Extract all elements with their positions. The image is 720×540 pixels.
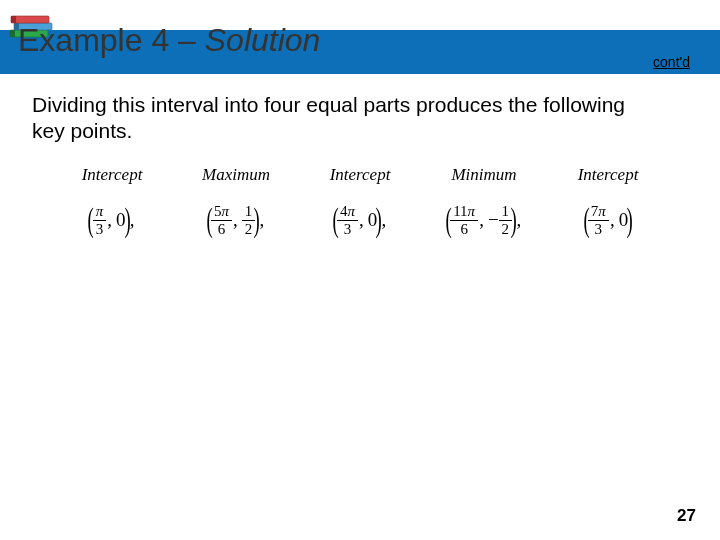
point-value: (5π6,12), bbox=[174, 203, 298, 241]
key-point-col: Intercept(7π3,0) bbox=[546, 165, 670, 241]
continued-label: cont'd bbox=[653, 54, 690, 70]
key-point-col: Minimum(11π6,−12), bbox=[422, 165, 546, 241]
page-number: 27 bbox=[677, 506, 696, 526]
title-solution: Solution bbox=[205, 22, 321, 58]
key-point-col: Intercept(4π3,0), bbox=[298, 165, 422, 241]
point-value: (11π6,−12), bbox=[422, 203, 546, 241]
svg-rect-1 bbox=[10, 30, 15, 37]
key-point-col: Intercept(π3,0), bbox=[50, 165, 174, 241]
point-value: (4π3,0), bbox=[298, 203, 422, 241]
key-point-col: Maximum(5π6,12), bbox=[174, 165, 298, 241]
point-value: (7π3,0) bbox=[546, 203, 670, 241]
slide-title: Example 4 – Solution bbox=[18, 22, 320, 59]
key-points-row: Intercept(π3,0),Maximum(5π6,12),Intercep… bbox=[50, 165, 670, 241]
point-value: (π3,0), bbox=[50, 203, 174, 241]
point-label: Intercept bbox=[546, 165, 670, 185]
title-prefix: Example 4 – bbox=[18, 22, 205, 58]
svg-rect-5 bbox=[11, 16, 16, 23]
body-text: Dividing this interval into four equal p… bbox=[32, 92, 632, 145]
point-label: Minimum bbox=[422, 165, 546, 185]
point-label: Intercept bbox=[298, 165, 422, 185]
point-label: Intercept bbox=[50, 165, 174, 185]
point-label: Maximum bbox=[174, 165, 298, 185]
